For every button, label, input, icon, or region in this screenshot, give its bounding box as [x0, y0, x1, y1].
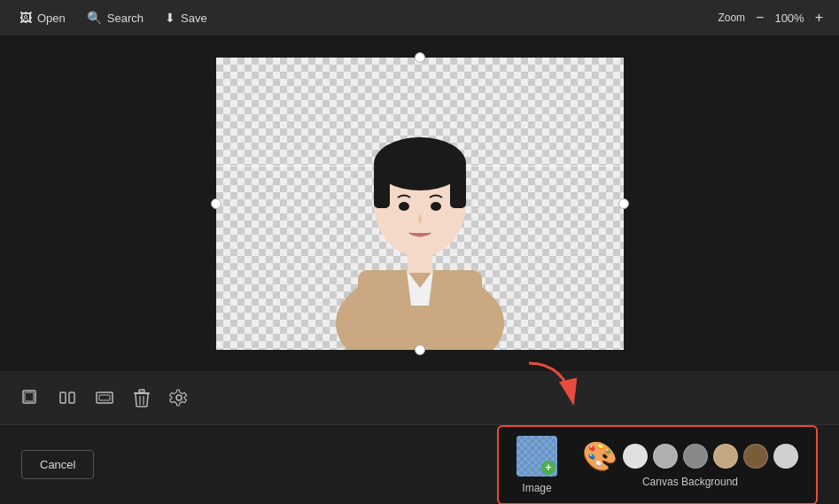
svg-rect-1	[358, 270, 482, 350]
zoom-out-button[interactable]: −	[750, 8, 769, 27]
image-thumbnail[interactable]: +	[517, 436, 557, 477]
zoom-controls: Zoom − 100% +	[718, 8, 828, 27]
canvas-background-group: 🎨 Canvas Background	[582, 442, 798, 488]
svg-rect-17	[139, 390, 144, 392]
search-label: Search	[107, 12, 144, 25]
white-swatch[interactable]	[623, 444, 648, 469]
light-gray-swatch[interactable]	[653, 444, 678, 469]
top-toolbar: 🖼 Open 🔍 Search ⬇ Save Zoom − 100% +	[0, 0, 839, 35]
handle-middle-right[interactable]	[618, 198, 629, 209]
svg-rect-11	[25, 392, 34, 401]
frame-tool-button[interactable]	[89, 382, 120, 414]
svg-rect-6	[450, 164, 466, 208]
open-icon: 🖼	[19, 11, 32, 25]
image-label: Image	[522, 482, 551, 494]
open-label: Open	[37, 12, 66, 25]
save-label: Save	[181, 12, 207, 25]
canvas-container	[216, 58, 624, 350]
search-button[interactable]: 🔍 Search	[78, 6, 152, 29]
svg-rect-9	[408, 251, 432, 273]
skin-swatch[interactable]	[713, 444, 738, 469]
image-background-section: + Image 🎨 Canvas Background	[497, 425, 818, 505]
canvas-area	[0, 35, 839, 371]
svg-rect-5	[374, 164, 390, 208]
zoom-in-button[interactable]: +	[810, 8, 828, 27]
svg-point-20	[176, 395, 182, 400]
add-image-icon: +	[541, 461, 555, 475]
bottom-toolbar	[0, 371, 839, 424]
brown-swatch[interactable]	[743, 444, 768, 469]
zoom-value: 100%	[774, 12, 804, 25]
medium-gray-swatch[interactable]	[683, 444, 708, 469]
handle-middle-left[interactable]	[211, 198, 221, 209]
crop-tool-button[interactable]	[14, 382, 46, 414]
svg-rect-12	[60, 392, 66, 403]
save-icon: ⬇	[165, 11, 175, 25]
handle-top-center[interactable]	[415, 52, 425, 63]
svg-point-7	[399, 202, 409, 211]
search-icon: 🔍	[87, 11, 102, 25]
canvas-background-controls: 🎨	[582, 442, 798, 470]
image-item: + Image	[517, 436, 557, 494]
person-image	[305, 75, 535, 350]
palette-icon[interactable]: 🎨	[582, 442, 618, 470]
settings-button[interactable]	[163, 382, 195, 414]
delete-button[interactable]	[126, 382, 158, 414]
open-button[interactable]: 🖼 Open	[11, 6, 74, 29]
handle-bottom-center[interactable]	[415, 345, 425, 355]
svg-point-8	[431, 202, 441, 211]
canvas-bg-label: Canvas Background	[642, 476, 738, 488]
split-tool-button[interactable]	[51, 382, 83, 414]
bottom-panel: Cancel + Image 🎨 Canvas Background	[0, 424, 839, 504]
svg-rect-15	[99, 395, 110, 400]
color-swatches	[623, 444, 798, 469]
save-button[interactable]: ⬇ Save	[156, 6, 216, 29]
svg-rect-13	[69, 392, 74, 403]
silver-swatch[interactable]	[773, 444, 798, 469]
zoom-label: Zoom	[718, 12, 745, 24]
cancel-button[interactable]: Cancel	[21, 450, 94, 479]
